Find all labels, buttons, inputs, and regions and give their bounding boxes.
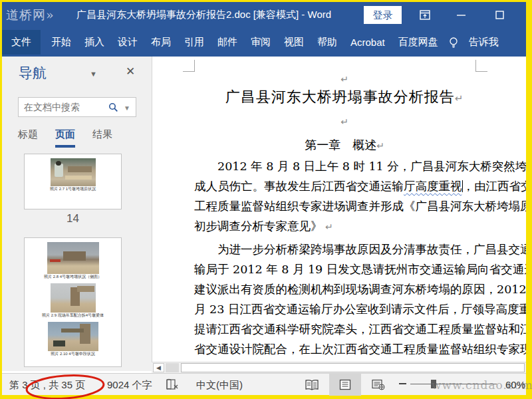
document-title: 广昌县河东大桥坍塌事故分析报告↵ <box>194 87 495 107</box>
search-icon[interactable] <box>108 102 118 112</box>
paragraph-mark: ↵ <box>194 74 495 84</box>
page-count-status[interactable]: 第 3 页 , 共 35 页 <box>9 379 85 392</box>
photo-person-head <box>56 161 61 166</box>
search-options-chevron-icon[interactable]: ▼ <box>124 104 130 112</box>
nav-tabs: 标题 页面 结果 <box>18 128 138 148</box>
tab-acrobat[interactable]: Acrobat <box>344 31 392 54</box>
body-line: 为进一步分析桥梁跨塌事故原因及分清事故责任，广昌县交通运 <box>194 241 495 261</box>
tab-references[interactable]: 引用 <box>178 30 211 55</box>
tab-mailings[interactable]: 邮件 <box>211 30 244 55</box>
chapter-heading: 第一章 概述↵ <box>194 137 495 153</box>
tab-design[interactable]: 设计 <box>111 30 144 55</box>
photo-debris <box>63 251 86 261</box>
tab-review[interactable]: 审阅 <box>244 30 277 55</box>
photo-deck <box>61 329 84 332</box>
word-window: 道桥网» 广昌县河东大桥坍塌事故分析报告2.doc [兼容模式] - Word … <box>2 2 526 395</box>
photo-debris2 <box>65 176 92 180</box>
thumbnail-caption: 照片 2.10 4号墩中段状况 <box>25 352 121 356</box>
page-thumbnail-15[interactable]: 照片 2.8 4号墩垮塌状况（侧面） 照片 2.9 现场吊车配合拆4号墩梁体 照… <box>24 237 122 367</box>
thumbnail-photo-rubble <box>51 158 96 186</box>
page-corner-mark <box>183 60 195 72</box>
tab-baidu-netdisk[interactable]: 百度网盘 <box>392 30 445 55</box>
page-corner-mark <box>475 60 487 72</box>
nav-search-box[interactable]: ▼ <box>18 97 136 117</box>
body-line: 工程质量监督站组织专家进场调查并形成《广昌县河东大桥垮塌原因 <box>194 198 495 218</box>
body-line: 提请江西省交通科学研究院牵头，江西省交通工程质量监督站和江西 <box>194 321 495 341</box>
zoom-out-button[interactable] <box>399 383 406 384</box>
page-number-label: 14 <box>24 212 122 225</box>
sign-in-button[interactable]: 登录 <box>364 6 402 24</box>
body-line: 省交通设计院配合，在上次江西省交通工程质量监督站组织专家现场 <box>194 341 495 361</box>
nav-tab-results[interactable]: 结果 <box>92 128 112 148</box>
read-mode-icon[interactable] <box>296 374 328 396</box>
paragraph-mark: ↵ <box>194 116 495 127</box>
tell-me-lightbulb-icon <box>445 37 462 49</box>
tab-view[interactable]: 视图 <box>277 30 311 55</box>
nav-pane-menu-chevron-icon[interactable]: ▼ <box>90 70 97 78</box>
status-bar: 第 3 页 , 共 35 页 9024 个字 中文(中国) www.cndao.… <box>2 373 526 395</box>
tab-tell-me[interactable]: 告诉我 <box>462 30 505 55</box>
language-status[interactable]: 中文(中国) <box>196 379 243 392</box>
photo-deck <box>77 286 94 292</box>
thumbnail-caption: 照片 2.9 现场吊车配合拆4号墩梁体 <box>25 313 121 318</box>
tab-file[interactable]: 文件 <box>2 30 41 55</box>
nav-tab-pages[interactable]: 页面 <box>55 128 75 148</box>
thumbnail-photo-collapse-side <box>47 242 99 274</box>
horizontal-scrollbar[interactable]: ◀ <box>152 362 526 373</box>
body-line: 2012 年 8 月 8 日上午 8 时 11 分，广昌县河东大桥突然垮塌并造 <box>194 158 495 178</box>
proofing-errors-icon[interactable] <box>166 378 179 390</box>
nav-pane-close-icon[interactable]: ✕ <box>126 65 135 78</box>
window-title: 广昌县河东大桥坍塌事故分析报告2.doc [兼容模式] - Word <box>76 9 331 21</box>
thumbnail-photo-pier <box>51 283 96 313</box>
search-input[interactable] <box>24 100 110 114</box>
scrollbar-track[interactable] <box>166 363 179 372</box>
tab-insert[interactable]: 插入 <box>78 30 111 55</box>
web-layout-icon[interactable] <box>362 374 394 396</box>
body-line: 输局于 2012 年 8 月 19 日发文恳请抚州市交通运输局向省交通运输厅 <box>194 261 495 281</box>
scrollbar-thumb[interactable] <box>181 363 525 372</box>
minimize-button[interactable] <box>449 2 473 28</box>
ribbon-display-options-icon[interactable] <box>413 2 437 28</box>
title-bar: 道桥网» 广昌县河东大桥坍塌事故分析报告2.doc [兼容模式] - Word … <box>2 2 526 28</box>
body-line: 初步调查分析专家意见》 ↵ <box>194 218 495 238</box>
tab-home[interactable]: 开始 <box>45 30 78 55</box>
thumbnail-caption: 照片 2.8 4号墩垮塌状况（侧面） <box>25 275 121 279</box>
navigation-pane: 导航 ▼ ✕ ▼ 标题 页面 结果 照片 2.7 1号墩垮塌后状况 14 <box>2 57 152 371</box>
spellcheck-wavy-underline: 厅高度重视 <box>404 180 462 193</box>
body-line: 月 23 日江西省交通运输厅办公室收到请示文件后，厅领导高度重视， <box>194 301 495 321</box>
tab-layout[interactable]: 布局 <box>144 30 178 55</box>
nav-tab-headings[interactable]: 标题 <box>18 128 38 148</box>
print-layout-icon[interactable] <box>329 374 361 396</box>
screenshot-frame: 道桥网» 广昌县河东大桥坍塌事故分析报告2.doc [兼容模式] - Word … <box>0 0 532 399</box>
body-line: 成人员伤亡。事故发生后江西省交通运输厅高度重视，由江西省交通 <box>194 178 495 198</box>
body-line: 建议派出有资质的检测机构到现场调查河东桥垮塌的原因，2012 年 8 <box>194 281 495 301</box>
thumbnail-photo-demolition <box>48 322 98 351</box>
page-thumbnail-14[interactable]: 照片 2.7 1号墩垮塌后状况 <box>24 154 122 209</box>
photo-pier-column <box>80 324 90 344</box>
site-logo-watermark: 道桥网» <box>6 7 55 24</box>
scroll-left-arrow[interactable]: ◀ <box>153 363 164 372</box>
tab-help[interactable]: 帮助 <box>311 30 344 55</box>
maximize-button[interactable] <box>487 2 511 28</box>
photo-excavator <box>53 340 65 346</box>
photo-person <box>55 164 63 177</box>
word-count-status[interactable]: 9024 个字 <box>107 379 152 392</box>
nav-pane-title: 导航 <box>19 64 47 82</box>
ribbon-tab-bar: 文件 开始 插入 设计 布局 引用 邮件 审阅 视图 帮助 Acrobat 百度… <box>2 28 526 57</box>
thumbnail-caption: 照片 2.7 1号墩垮塌后状况 <box>25 187 121 192</box>
zoom-percentage[interactable]: 60% <box>505 379 525 390</box>
photo-figures <box>50 259 61 262</box>
photo-debris <box>68 166 92 172</box>
document-canvas[interactable]: ↵ 广昌县河东大桥坍塌事故分析报告↵ ↵ 第一章 概述↵ 2012 年 8 月 … <box>152 57 526 362</box>
